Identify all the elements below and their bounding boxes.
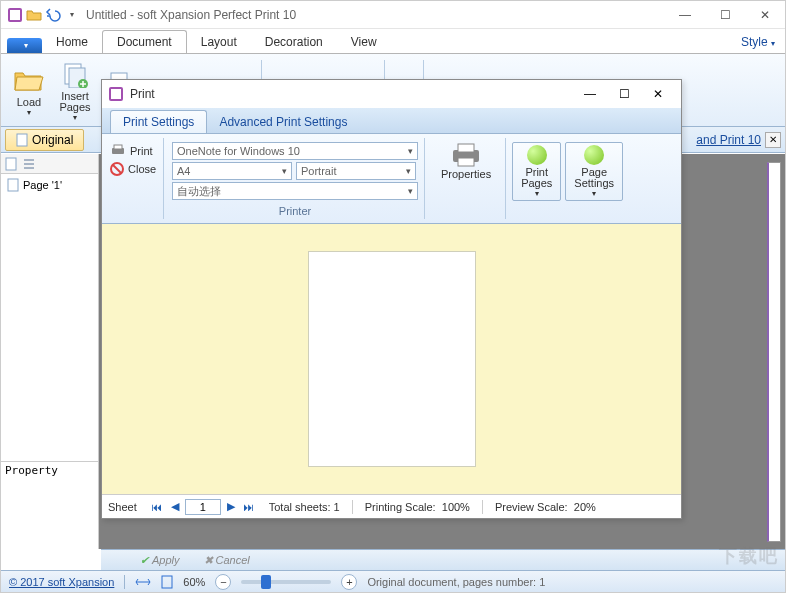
close-panel-button[interactable]: ✕ [765,132,781,148]
printer-big-icon [450,142,482,168]
status-info: Original document, pages number: 1 [367,576,545,588]
svg-rect-22 [17,134,27,146]
preview-sheet [308,251,476,467]
quick-access-toolbar: ▾ [1,7,86,23]
sheet-number-input[interactable] [185,499,221,515]
window-controls: — ☐ ✕ [665,1,785,29]
first-sheet-button[interactable]: ⏮ [149,499,165,515]
page-small-icon [16,133,28,147]
svg-rect-29 [114,145,122,149]
zoom-percent[interactable]: 60% [183,576,205,588]
page-thumb-icon [7,178,19,192]
tab-layout[interactable]: Layout [187,31,251,53]
close-print-button[interactable]: Close [110,162,157,176]
print-dialog-icon [108,86,124,102]
open-icon[interactable] [26,7,42,23]
svg-rect-1 [10,10,20,20]
dialog-tab-strip: Print Settings Advanced Print Settings [102,108,681,134]
tab-home[interactable]: Home [42,31,102,53]
window-title: Untitled - soft Xpansion Perfect Print 1… [86,8,665,22]
insert-pages-button[interactable]: Insert Pages▾ [53,57,97,124]
zoom-slider[interactable] [241,580,331,584]
dialog-ribbon: Print Close OneNote for Windows 10 A4 Po… [102,134,681,224]
cancel-icon [110,162,124,176]
maximize-button[interactable]: ☐ [705,1,745,29]
printer-small-icon [110,144,126,158]
apply-button[interactable]: ✔Apply [131,552,189,569]
svg-rect-24 [8,179,18,191]
tab-print-settings[interactable]: Print Settings [110,110,207,133]
close-button[interactable]: ✕ [745,1,785,29]
page-tree-item[interactable]: Page '1' [1,174,98,196]
svg-rect-23 [6,158,16,170]
cancel-button[interactable]: ✖Cancel [195,552,259,569]
printer-select[interactable]: OneNote for Windows 10 [172,142,418,160]
tab-decoration[interactable]: Decoration [251,31,337,53]
apply-bar: ✔Apply ✖Cancel [101,549,785,570]
pages-icon [59,59,91,91]
last-sheet-button[interactable]: ⏭ [241,499,257,515]
app-icon [7,7,23,23]
load-button[interactable]: Load▾ [7,62,51,119]
dialog-minimize-button[interactable]: — [573,82,607,106]
page-settings-button[interactable]: Page Settings▾ [565,142,623,201]
svg-rect-25 [162,576,172,588]
pages-panel-tabs [1,154,98,174]
dialog-status-bar: Sheet ⏮ ◀ ▶ ⏭ Total sheets: 1 Printing S… [102,494,681,518]
file-tab[interactable]: ▾ [7,38,42,53]
dialog-title-bar[interactable]: Print — ☐ ✕ [102,80,681,108]
title-bar: ▾ Untitled - soft Xpansion Perfect Print… [1,1,785,29]
zoom-thumb[interactable] [261,575,271,589]
fit-page-icon[interactable] [161,575,173,589]
tab-advanced-print-settings[interactable]: Advanced Print Settings [207,111,359,133]
undo-icon[interactable] [45,7,61,23]
dialog-close-button[interactable]: ✕ [641,82,675,106]
svg-rect-33 [458,158,474,166]
qat-dropdown-icon[interactable]: ▾ [64,7,80,23]
folder-open-icon [13,64,45,96]
pages-panel: Page '1' Property [1,154,99,549]
orb-icon [584,145,604,165]
next-sheet-button[interactable]: ▶ [223,499,239,515]
paper-size-select[interactable]: A4 [172,162,292,180]
page-preview-edge [767,162,781,542]
zoom-out-button[interactable]: − [215,574,231,590]
fit-width-icon[interactable] [135,576,151,588]
check-icon: ✔ [140,554,149,567]
print-preview-area [102,224,681,494]
svg-rect-32 [458,144,474,152]
ribbon-tab-strip: ▾ Home Document Layout Decoration View S… [1,29,785,53]
dialog-maximize-button[interactable]: ☐ [607,82,641,106]
zoom-in-button[interactable]: + [341,574,357,590]
panel-page-icon[interactable] [5,157,17,171]
minimize-button[interactable]: — [665,1,705,29]
panel-list-icon[interactable] [23,158,35,170]
style-dropdown[interactable]: Style ▾ [737,31,785,53]
sheet-nav: ⏮ ◀ ▶ ⏭ [149,499,257,515]
prev-sheet-button[interactable]: ◀ [167,499,183,515]
status-bar: © 2017 soft Xpansion 60% − + Original do… [1,570,785,592]
property-header: Property [1,461,98,479]
print-pages-button[interactable]: Print Pages▾ [512,142,561,201]
sheet-label: Sheet [108,501,137,513]
original-tab-button[interactable]: Original [5,129,84,151]
tray-select[interactable]: 自动选择 [172,182,418,200]
properties-button[interactable]: Properties [433,140,499,182]
print-dialog: Print — ☐ ✕ Print Settings Advanced Prin… [101,79,682,519]
copyright-link[interactable]: © 2017 soft Xpansion [9,576,114,588]
print-button[interactable]: Print [110,144,157,158]
guide-link[interactable]: and Print 10 [696,133,761,147]
svg-rect-27 [111,89,121,99]
orb-icon [527,145,547,165]
x-icon: ✖ [204,554,213,567]
orientation-select[interactable]: Portrait [296,162,416,180]
tab-view[interactable]: View [337,31,391,53]
printer-group-label: Printer [172,205,418,217]
tab-document[interactable]: Document [102,30,187,53]
